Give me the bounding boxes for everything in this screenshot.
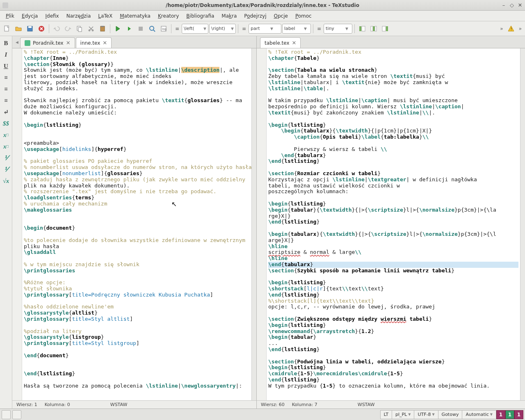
languagetool-button[interactable]: LT xyxy=(380,410,392,419)
tab-label: inne.tex xyxy=(80,40,100,46)
menu-podejrzyj[interactable]: Podejrzyj xyxy=(241,12,269,20)
svg-rect-0 xyxy=(5,26,9,31)
expand-icon[interactable]: ≡ xyxy=(315,26,323,32)
cursor-col: Kolumna: 7 xyxy=(292,402,317,407)
tab-tabele[interactable]: tabele.tex ✕ xyxy=(260,37,301,48)
undo-button[interactable] xyxy=(51,23,62,34)
close-file-button[interactable] xyxy=(36,23,47,34)
log-button[interactable] xyxy=(12,410,21,419)
close-icon[interactable]: ✕ xyxy=(292,40,297,46)
label-combo[interactable]: label▼ xyxy=(282,24,311,34)
new-file-button[interactable] xyxy=(2,23,12,34)
menu-plik[interactable]: Plik xyxy=(2,12,18,20)
scrollbar-right[interactable] xyxy=(520,48,525,400)
overflow-button[interactable]: » xyxy=(498,26,504,32)
view-pdf-button[interactable] xyxy=(147,23,158,34)
root-mode-button[interactable]: Automatic▼ xyxy=(462,410,496,419)
tabbar-left: ◀ Poradnik.tex ✕ inne.tex ✕ xyxy=(12,36,256,48)
svg-rect-14 xyxy=(359,26,361,31)
ready-status: Gotowy xyxy=(438,410,463,419)
encoding-button[interactable]: UTF-8▼ xyxy=(414,410,438,419)
expand-icon[interactable]: ≡ xyxy=(173,26,181,32)
tab-poradnik[interactable]: Poradnik.tex ✕ xyxy=(20,37,75,48)
menu-narzedzia[interactable]: Narzędzia xyxy=(63,12,94,20)
svg-rect-16 xyxy=(371,26,373,31)
paste-button[interactable] xyxy=(97,23,108,34)
editor-left[interactable]: % !TeX root = ../Poradnik.tex \chapter{I… xyxy=(22,48,251,400)
menu-pomoc[interactable]: Pomoc xyxy=(292,12,315,20)
redo-button[interactable] xyxy=(63,23,73,34)
file-icon xyxy=(25,40,30,46)
bold-button[interactable]: B xyxy=(2,39,11,48)
open-file-button[interactable] xyxy=(13,23,24,34)
tabbar-right: tabele.tex ✕ xyxy=(257,36,525,48)
close-button[interactable]: ✕ xyxy=(517,2,523,9)
language-button[interactable]: pl_PL▼ xyxy=(392,410,414,419)
math-dollar-button[interactable]: $$ xyxy=(2,119,11,128)
menu-edycja[interactable]: Edycja xyxy=(18,12,41,20)
menu-kreatory[interactable]: Kreatory xyxy=(155,12,182,20)
svg-rect-10 xyxy=(139,27,143,31)
messages-button[interactable] xyxy=(2,410,11,419)
minimize-button[interactable]: – xyxy=(500,2,507,9)
math-sub-button[interactable]: x□ xyxy=(2,130,11,139)
math-sqrt-button[interactable]: √x xyxy=(2,176,11,185)
separator xyxy=(49,24,49,33)
badge-1[interactable]: 1 xyxy=(496,410,505,419)
separator xyxy=(354,24,355,33)
overflow-button-2[interactable]: » xyxy=(517,26,523,32)
menu-latex[interactable]: LaTeX xyxy=(95,12,116,20)
svg-rect-5 xyxy=(78,27,82,32)
menu-idefix[interactable]: Idefix xyxy=(42,12,62,20)
expand-icon[interactable]: ≡ xyxy=(240,26,248,32)
col-mid-button[interactable] xyxy=(368,23,379,34)
editor-right[interactable]: % !TeX root = ../Poradnik.tex \chapter{T… xyxy=(267,48,520,400)
compile-button[interactable] xyxy=(124,23,135,34)
menu-makra[interactable]: Makra xyxy=(218,12,240,20)
badge-3[interactable]: 1 xyxy=(514,410,523,419)
insert-mode: WSTAW xyxy=(358,402,375,407)
align-right-button[interactable]: ≡ xyxy=(2,96,11,105)
menu-bibliografia[interactable]: Bibliografia xyxy=(183,12,217,20)
svg-rect-17 xyxy=(373,26,375,31)
close-icon[interactable]: ✕ xyxy=(66,40,71,46)
separator xyxy=(171,24,171,33)
col-right-button[interactable] xyxy=(380,23,390,34)
maximize-button[interactable]: ◇ xyxy=(509,2,515,9)
svg-text:log: log xyxy=(162,27,167,31)
stop-button[interactable] xyxy=(135,23,146,34)
badge-2[interactable]: 1 xyxy=(505,410,514,419)
build-run-button[interactable] xyxy=(112,23,123,34)
workarea: B I U ≡ ≡ ≡ ↵ $$ x□ x□ ⅟ ⅟ √x ◀ Poradnik… xyxy=(0,36,525,409)
close-icon[interactable]: ✕ xyxy=(103,40,107,46)
svg-rect-15 xyxy=(362,26,365,31)
underline-button[interactable]: U xyxy=(2,62,11,71)
align-left-button[interactable]: ≡ xyxy=(2,73,11,82)
window-title: /home/piotr/Dokumenty/Latex/Poradnik/roz… xyxy=(166,2,359,8)
save-button[interactable] xyxy=(25,23,35,34)
view-log-button[interactable]: log xyxy=(158,23,169,34)
separator xyxy=(238,24,238,33)
section-combo[interactable]: part▼ xyxy=(249,24,281,34)
fontsize-combo[interactable]: tiny▼ xyxy=(324,24,352,34)
tab-left-arrow-icon[interactable]: ◀ xyxy=(16,40,20,44)
newline-button[interactable]: ↵ xyxy=(2,107,11,116)
menu-matematyka[interactable]: Matematyka xyxy=(116,12,154,20)
menu-opcje[interactable]: Opcje xyxy=(271,12,291,20)
svg-rect-9 xyxy=(101,26,104,27)
warning-icon[interactable]: ! xyxy=(506,23,516,34)
scrollbar-left[interactable] xyxy=(251,48,256,400)
math-dfrac-button[interactable]: ⅟ xyxy=(2,165,11,174)
math-frac-button[interactable]: ⅟ xyxy=(2,153,11,162)
right-delim-combo[interactable]: \right)▼ xyxy=(209,24,236,34)
align-center-button[interactable]: ≡ xyxy=(2,84,11,94)
copy-button[interactable] xyxy=(74,23,85,34)
cut-button[interactable] xyxy=(86,23,96,34)
italic-button[interactable]: I xyxy=(2,50,11,59)
left-delim-combo[interactable]: \left(▼ xyxy=(182,24,208,34)
tab-inne[interactable]: inne.tex ✕ xyxy=(76,37,112,48)
statusbar-left: Wiersz: 1 Kolumna: 0 WSTAW xyxy=(12,400,256,409)
tab-label: Poradnik.tex xyxy=(33,40,64,46)
col-left-button[interactable] xyxy=(357,23,368,34)
math-sup-button[interactable]: x□ xyxy=(2,142,11,151)
